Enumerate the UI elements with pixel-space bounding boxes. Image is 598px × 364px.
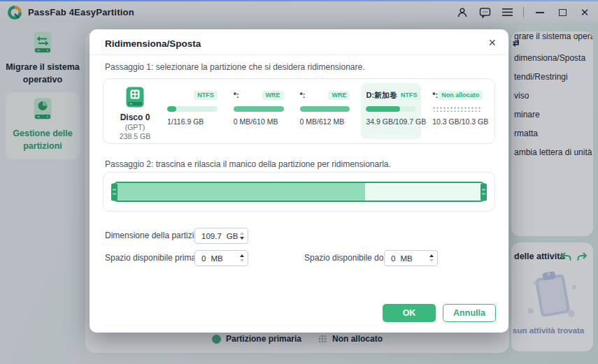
fs-badge: Non allocato	[438, 91, 483, 100]
slider-left-handle[interactable]	[111, 183, 118, 201]
dialog-header-divider	[90, 54, 508, 55]
partition-usage-text: 34.9 GB/109.7 GB	[366, 117, 416, 126]
space-after-input[interactable]: 0 MB	[384, 250, 438, 266]
partition-cell-0[interactable]: NTFS 1/116.9 GB	[162, 79, 222, 143]
disk-icon	[126, 87, 144, 108]
space-before-value: 0	[201, 254, 206, 263]
partition-size-input[interactable]: 109.7 GB	[194, 228, 248, 244]
partition-usage-text: 0 MB/612 MB	[300, 117, 350, 126]
space-after-unit: MB	[400, 254, 412, 263]
slider-right-handle[interactable]	[480, 183, 487, 201]
partition-usage-text: 10.3 GB/10.3 GB	[432, 117, 483, 126]
space-after-value: 0	[391, 254, 395, 263]
partition-label: *:	[432, 91, 438, 99]
resize-slider[interactable]	[113, 182, 485, 202]
resize-move-dialog: Ridimensiona/Sposta × Passaggio 1: selez…	[90, 29, 508, 333]
disk-size: 238.5 GB	[108, 132, 162, 140]
partition-usage-text: 0 MB/610 MB	[234, 117, 284, 126]
partition-usage-bar	[234, 106, 284, 112]
partition-size-stepper[interactable]	[240, 232, 244, 240]
dialog-close-icon[interactable]: ×	[485, 35, 499, 50]
space-before-stepper[interactable]	[240, 254, 244, 262]
fs-badge: WRE	[262, 91, 284, 100]
disk-partition-strip: Disco 0 (GPT) 238.5 GB NTFS 1/116.9 GB *…	[103, 78, 495, 144]
space-after-stepper[interactable]	[429, 254, 434, 262]
partition-size-value: 109.7	[201, 232, 222, 240]
space-after-label: Spazio disponibile dopo:	[304, 253, 395, 263]
partition-usage-bar	[300, 106, 350, 112]
partition-label: *:	[300, 91, 306, 99]
resize-slider-panel	[103, 172, 495, 212]
step1-text: Passaggio 1: selezionare la partizione c…	[105, 62, 365, 72]
partition-usage-bar	[432, 106, 483, 112]
partition-cells: NTFS 1/116.9 GB *:WRE 0 MB/610 MB *:WRE …	[162, 79, 487, 143]
space-before-label: Spazio disponibile prima:	[105, 253, 198, 263]
partition-cell-1[interactable]: *:WRE 0 MB/610 MB	[229, 79, 289, 143]
partition-cell-2[interactable]: *:WRE 0 MB/612 MB	[295, 79, 355, 143]
fs-badge: NTFS	[397, 91, 421, 100]
space-before-unit: MB	[211, 254, 222, 263]
space-before-input[interactable]: 0 MB	[194, 250, 248, 266]
partition-cell-3-selected[interactable]: D:新加卷NTFS 34.9 GB/109.7 GB	[361, 83, 421, 139]
partition-cell-4-unallocated[interactable]: *:Non allocato 10.3 GB/10.3 GB	[427, 79, 487, 143]
fs-badge: WRE	[328, 91, 350, 100]
disk-scheme: (GPT)	[108, 123, 162, 131]
fs-badge: NTFS	[194, 91, 218, 100]
disk-name: Disco 0	[108, 112, 162, 122]
app-window: PassFab 4EasyPartition	[0, 0, 598, 364]
slider-fill	[115, 183, 365, 201]
cancel-button[interactable]: Annulla	[443, 304, 496, 322]
partition-usage-bar	[366, 106, 416, 112]
partition-usage-text: 1/116.9 GB	[167, 117, 218, 126]
dialog-title: Ridimensiona/Sposta	[105, 38, 201, 49]
disk-info: Disco 0 (GPT) 238.5 GB	[108, 79, 162, 143]
partition-label: *:	[234, 91, 239, 99]
partition-label: D:新加卷	[366, 90, 397, 101]
partition-usage-bar	[167, 106, 218, 112]
partition-size-unit: GB	[227, 232, 239, 240]
ok-button[interactable]: OK	[383, 304, 436, 322]
step2-text: Passaggio 2: trascina e rilascia il mani…	[105, 159, 391, 169]
